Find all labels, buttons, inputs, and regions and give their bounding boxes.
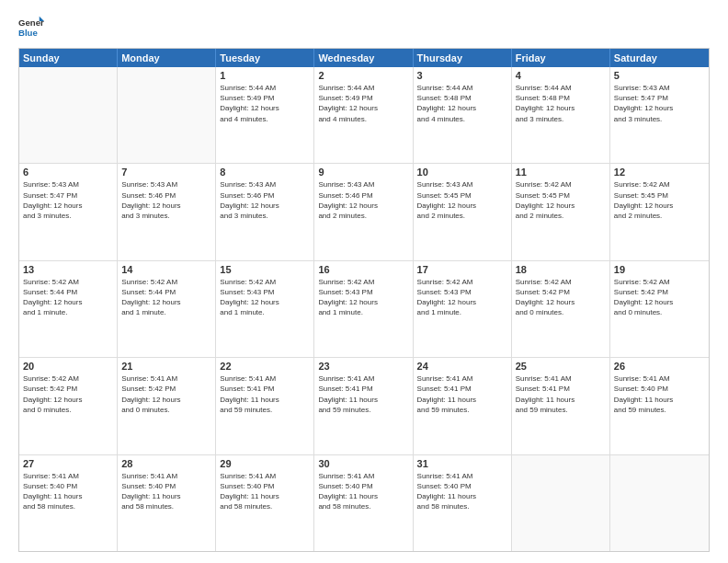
- header-cell-saturday: Saturday: [610, 49, 709, 67]
- day-info: Sunrise: 5:41 AMSunset: 5:41 PMDaylight:…: [417, 373, 507, 415]
- day-cell-15: 15Sunrise: 5:42 AMSunset: 5:43 PMDayligh…: [216, 261, 314, 357]
- day-info: Sunrise: 5:43 AMSunset: 5:46 PMDaylight:…: [220, 179, 310, 221]
- day-cell-4: 4Sunrise: 5:44 AMSunset: 5:48 PMDaylight…: [512, 67, 610, 163]
- day-cell-17: 17Sunrise: 5:42 AMSunset: 5:43 PMDayligh…: [414, 261, 512, 357]
- day-cell-empty-4-6: [610, 455, 709, 551]
- day-info: Sunrise: 5:42 AMSunset: 5:45 PMDaylight:…: [614, 179, 705, 221]
- day-cell-8: 8Sunrise: 5:43 AMSunset: 5:46 PMDaylight…: [216, 164, 314, 259]
- day-info: Sunrise: 5:41 AMSunset: 5:42 PMDaylight:…: [121, 373, 211, 415]
- day-number: 31: [417, 458, 507, 469]
- day-info: Sunrise: 5:43 AMSunset: 5:46 PMDaylight:…: [318, 179, 408, 221]
- day-cell-28: 28Sunrise: 5:41 AMSunset: 5:40 PMDayligh…: [118, 455, 216, 551]
- calendar-row-4: 20Sunrise: 5:42 AMSunset: 5:42 PMDayligh…: [19, 357, 709, 454]
- day-cell-27: 27Sunrise: 5:41 AMSunset: 5:40 PMDayligh…: [19, 455, 118, 551]
- day-number: 30: [318, 458, 408, 469]
- header-cell-wednesday: Wednesday: [314, 49, 413, 67]
- day-info: Sunrise: 5:42 AMSunset: 5:44 PMDaylight:…: [121, 277, 211, 318]
- day-info: Sunrise: 5:41 AMSunset: 5:40 PMDaylight:…: [318, 471, 408, 512]
- day-cell-30: 30Sunrise: 5:41 AMSunset: 5:40 PMDayligh…: [314, 455, 413, 551]
- day-number: 14: [121, 264, 211, 275]
- day-cell-2: 2Sunrise: 5:44 AMSunset: 5:49 PMDaylight…: [314, 67, 413, 163]
- day-cell-12: 12Sunrise: 5:42 AMSunset: 5:45 PMDayligh…: [610, 164, 709, 259]
- day-info: Sunrise: 5:42 AMSunset: 5:42 PMDaylight:…: [614, 277, 705, 318]
- day-cell-9: 9Sunrise: 5:43 AMSunset: 5:46 PMDaylight…: [314, 164, 413, 259]
- calendar-row-2: 6Sunrise: 5:43 AMSunset: 5:47 PMDaylight…: [19, 163, 709, 259]
- day-number: 19: [614, 264, 705, 275]
- day-cell-13: 13Sunrise: 5:42 AMSunset: 5:44 PMDayligh…: [19, 261, 118, 357]
- day-info: Sunrise: 5:41 AMSunset: 5:40 PMDaylight:…: [220, 471, 310, 512]
- day-info: Sunrise: 5:42 AMSunset: 5:42 PMDaylight:…: [23, 373, 113, 415]
- day-info: Sunrise: 5:41 AMSunset: 5:40 PMDaylight:…: [417, 471, 507, 512]
- day-number: 22: [220, 361, 310, 372]
- day-number: 12: [614, 167, 705, 178]
- day-number: 1: [220, 70, 310, 81]
- day-number: 16: [318, 264, 408, 275]
- day-number: 10: [417, 167, 507, 178]
- day-number: 27: [23, 458, 113, 469]
- day-info: Sunrise: 5:42 AMSunset: 5:44 PMDaylight:…: [23, 277, 113, 318]
- calendar-row-3: 13Sunrise: 5:42 AMSunset: 5:44 PMDayligh…: [19, 260, 709, 357]
- day-number: 8: [220, 167, 310, 178]
- day-cell-19: 19Sunrise: 5:42 AMSunset: 5:42 PMDayligh…: [610, 261, 709, 357]
- day-number: 7: [121, 167, 211, 178]
- header-cell-sunday: Sunday: [19, 49, 118, 67]
- day-number: 6: [23, 167, 113, 178]
- day-info: Sunrise: 5:41 AMSunset: 5:40 PMDaylight:…: [614, 373, 705, 415]
- day-cell-6: 6Sunrise: 5:43 AMSunset: 5:47 PMDaylight…: [19, 164, 118, 259]
- header-cell-tuesday: Tuesday: [216, 49, 314, 67]
- page: General Blue SundayMondayTuesdayWednesda…: [0, 0, 728, 563]
- day-number: 11: [516, 167, 606, 178]
- day-cell-3: 3Sunrise: 5:44 AMSunset: 5:48 PMDaylight…: [414, 67, 512, 163]
- day-cell-14: 14Sunrise: 5:42 AMSunset: 5:44 PMDayligh…: [118, 261, 216, 357]
- day-cell-23: 23Sunrise: 5:41 AMSunset: 5:41 PMDayligh…: [314, 358, 413, 454]
- header-cell-monday: Monday: [118, 49, 216, 67]
- day-number: 20: [23, 361, 113, 372]
- header-cell-thursday: Thursday: [414, 49, 512, 67]
- day-number: 21: [121, 361, 211, 372]
- day-info: Sunrise: 5:42 AMSunset: 5:43 PMDaylight:…: [318, 277, 408, 318]
- day-cell-18: 18Sunrise: 5:42 AMSunset: 5:42 PMDayligh…: [512, 261, 610, 357]
- day-info: Sunrise: 5:43 AMSunset: 5:46 PMDaylight:…: [121, 179, 211, 221]
- day-number: 24: [417, 361, 507, 372]
- calendar: SundayMondayTuesdayWednesdayThursdayFrid…: [18, 48, 710, 552]
- day-cell-25: 25Sunrise: 5:41 AMSunset: 5:41 PMDayligh…: [512, 358, 610, 454]
- day-number: 18: [516, 264, 606, 275]
- day-number: 23: [318, 361, 408, 372]
- day-cell-24: 24Sunrise: 5:41 AMSunset: 5:41 PMDayligh…: [414, 358, 512, 454]
- svg-text:Blue: Blue: [18, 28, 38, 38]
- day-number: 17: [417, 264, 507, 275]
- day-number: 5: [614, 70, 705, 81]
- day-info: Sunrise: 5:42 AMSunset: 5:43 PMDaylight:…: [417, 277, 507, 318]
- day-number: 28: [121, 458, 211, 469]
- day-info: Sunrise: 5:43 AMSunset: 5:47 PMDaylight:…: [614, 83, 705, 124]
- day-info: Sunrise: 5:41 AMSunset: 5:41 PMDaylight:…: [220, 373, 310, 415]
- day-number: 15: [220, 264, 310, 275]
- day-cell-21: 21Sunrise: 5:41 AMSunset: 5:42 PMDayligh…: [118, 358, 216, 454]
- day-cell-29: 29Sunrise: 5:41 AMSunset: 5:40 PMDayligh…: [216, 455, 314, 551]
- day-info: Sunrise: 5:41 AMSunset: 5:40 PMDaylight:…: [23, 471, 113, 512]
- day-cell-16: 16Sunrise: 5:42 AMSunset: 5:43 PMDayligh…: [314, 261, 413, 357]
- day-info: Sunrise: 5:44 AMSunset: 5:49 PMDaylight:…: [318, 83, 408, 124]
- day-cell-empty-0-0: [19, 67, 118, 163]
- day-number: 13: [23, 264, 113, 275]
- day-info: Sunrise: 5:42 AMSunset: 5:45 PMDaylight:…: [516, 179, 606, 221]
- day-cell-7: 7Sunrise: 5:43 AMSunset: 5:46 PMDaylight…: [118, 164, 216, 259]
- day-info: Sunrise: 5:41 AMSunset: 5:41 PMDaylight:…: [318, 373, 408, 415]
- calendar-row-1: 1Sunrise: 5:44 AMSunset: 5:49 PMDaylight…: [19, 67, 709, 163]
- logo: General Blue: [18, 15, 44, 40]
- day-number: 4: [516, 70, 606, 81]
- day-info: Sunrise: 5:43 AMSunset: 5:47 PMDaylight:…: [23, 179, 113, 221]
- day-number: 2: [318, 70, 408, 81]
- day-cell-20: 20Sunrise: 5:42 AMSunset: 5:42 PMDayligh…: [19, 358, 118, 454]
- day-info: Sunrise: 5:44 AMSunset: 5:49 PMDaylight:…: [220, 83, 310, 124]
- day-info: Sunrise: 5:42 AMSunset: 5:43 PMDaylight:…: [220, 277, 310, 318]
- day-number: 3: [417, 70, 507, 81]
- day-cell-5: 5Sunrise: 5:43 AMSunset: 5:47 PMDaylight…: [610, 67, 709, 163]
- day-info: Sunrise: 5:44 AMSunset: 5:48 PMDaylight:…: [516, 83, 606, 124]
- day-number: 26: [614, 361, 705, 372]
- header-cell-friday: Friday: [512, 49, 610, 67]
- day-info: Sunrise: 5:41 AMSunset: 5:40 PMDaylight:…: [121, 471, 211, 512]
- calendar-body: 1Sunrise: 5:44 AMSunset: 5:49 PMDaylight…: [19, 67, 709, 551]
- day-info: Sunrise: 5:43 AMSunset: 5:45 PMDaylight:…: [417, 179, 507, 221]
- day-cell-empty-4-5: [512, 455, 610, 551]
